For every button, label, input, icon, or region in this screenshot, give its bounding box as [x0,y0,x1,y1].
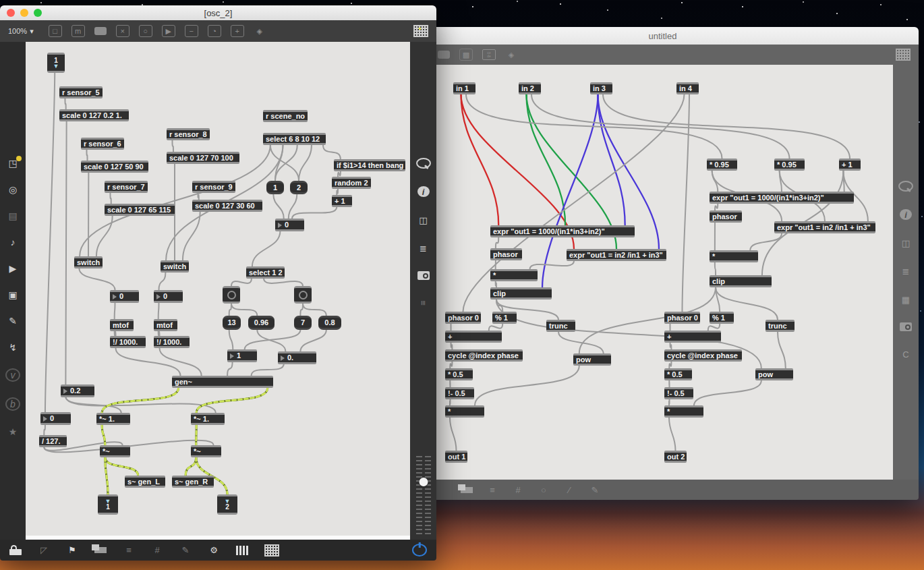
gain-slider-knob[interactable] [419,478,428,486]
object-box-swR[interactable]: switch [161,260,189,273]
message-box-msg1[interactable]: 1 [266,181,284,194]
codebox-icon[interactable]: co de [482,49,496,60]
button-box-btnL[interactable] [223,286,240,304]
add-object-icon[interactable]: + [231,25,244,37]
presentation-icon[interactable]: ⚑ [66,545,78,556]
packages-icon[interactable]: ◳ [7,158,19,169]
number-box-num02[interactable]: 0.2 [61,384,94,397]
search-icon[interactable] [898,181,913,192]
object-box-rnd2[interactable]: random 2 [332,177,371,189]
object-box-mhR[interactable]: * 0.5 [664,368,692,380]
piano-icon[interactable] [236,546,248,555]
circle-tool-icon[interactable]: ○ [538,484,550,495]
align-icon[interactable]: ≡ [123,545,135,556]
reference-icon[interactable]: ◫ [900,237,912,248]
gen-patch-canvas[interactable]: in 1in 2in 3in 4* 0.95* 0.95+ 1expr "out… [407,65,893,480]
object-box-exprTR[interactable]: expr "out1 = 1000/(in1*in3+in2)" [710,192,854,204]
button-icon[interactable]: ○ [139,25,152,37]
audio-icon[interactable]: ◎ [7,184,19,195]
object-box-m095b[interactable]: * 0.95 [774,159,805,171]
panel-icon[interactable]: ▩ [459,49,473,61]
image-icon[interactable]: ▣ [7,289,19,300]
object-box-d127[interactable]: / 127. [39,435,67,447]
message-box-m13[interactable]: 13 [223,316,241,330]
attach-icon[interactable]: ✎ [589,484,601,495]
number-box-numA[interactable]: 0 [275,219,304,231]
object-box-ph0L[interactable]: phasor 0 [445,312,481,324]
object-box-clipR[interactable]: clip [710,275,772,287]
keyboard-icon[interactable] [264,544,279,557]
attachment-icon[interactable]: ✎ [7,316,19,326]
object-box-modR[interactable]: % 1 [710,312,734,324]
object-box-exprR2[interactable]: expr "out1 = in2 /in1 + in3" [774,221,875,233]
object-box-rs8[interactable]: r sensor_8 [167,128,210,140]
audio-power-button[interactable] [412,544,427,557]
object-box-sel4[interactable]: select 6 8 10 12 [263,133,326,145]
zoom-button[interactable] [34,9,42,17]
object-box-clipL[interactable]: clip [490,287,552,300]
titlebar[interactable]: [osc_2] [0,5,436,20]
video-icon[interactable]: ▶ [7,263,19,274]
grid-icon[interactable] [896,49,911,61]
object-box-cycL[interactable]: cycle @index phase [445,349,523,362]
object-box-mtofL[interactable]: mtof [110,319,134,331]
object-box-sgR[interactable]: s~ gen_R [172,476,214,488]
minimize-button[interactable] [20,9,28,17]
object-box-m095a[interactable]: * 0.95 [707,159,737,171]
grid-icon[interactable] [413,25,428,37]
object-box-exprL2[interactable]: expr "out1 = in2 /in1 + in3" [567,249,666,261]
object-box-sc8[interactable]: scale 0 127 70 100 [167,152,239,164]
object-box-out2[interactable]: out 2 [664,451,687,463]
object-box-plusR[interactable]: + [664,331,721,343]
object-box-mlowL[interactable]: * [445,405,484,418]
object-box-p1[interactable]: + 1 [839,159,861,171]
object-box-gen[interactable]: gen~ [172,376,273,388]
object-box-in1[interactable]: in 1 [453,82,475,94]
object-box-divR[interactable]: !/ 1000. [154,336,190,348]
object-box-sel12[interactable]: select 1 2 [246,266,285,279]
select-icon[interactable]: ◸ [38,545,50,556]
object-box-powR[interactable]: pow [755,368,793,380]
inlet-box-inlet1[interactable]: 1▼ [47,53,65,73]
snapshot-icon[interactable] [417,271,430,280]
objects-drawer-icon[interactable]: ▤ [7,210,19,221]
layers-icon[interactable] [94,547,107,553]
comment-icon[interactable] [94,27,107,35]
object-box-in3[interactable]: in 3 [590,82,612,94]
blog-icon[interactable]: b [5,397,20,411]
object-box-mA[interactable]: *~ 1. [96,413,130,425]
object-box-mulL[interactable]: * [490,269,538,281]
object-box-exprTL[interactable]: expr "out1 = 1000/(in1*in3+in2)" [490,225,635,237]
outlet-box-o1[interactable]: ▼1 [98,494,118,515]
music-note-icon[interactable]: ♪ [7,237,19,248]
grid-snap-icon[interactable]: # [151,545,163,556]
patch-canvas[interactable]: 1▼r sensor_5scale 0 127 0.2 1.r sensor_6… [26,42,410,540]
object-box-mulR[interactable]: * [710,250,758,262]
search-icon[interactable] [416,158,431,169]
object-box-rs9[interactable]: r sensor_9 [192,181,235,193]
toggle-icon[interactable]: × [116,25,129,37]
mixer-icon[interactable]: ≡ [418,297,429,309]
message-box-m08[interactable]: 0.8 [318,316,341,330]
object-box-divL[interactable]: !/ 1000. [110,336,146,348]
lock-icon[interactable] [9,549,22,555]
message-box-msg2[interactable]: 2 [290,181,308,194]
object-box-mD[interactable]: *~ [191,445,221,457]
grid-snap-icon[interactable]: # [512,484,524,495]
message-box-icon[interactable]: m [71,25,85,37]
object-box-sc5[interactable]: scale 0 127 0.2 1. [59,109,129,121]
object-box-mtofR[interactable]: mtof [154,319,177,331]
reference-icon[interactable]: ◫ [417,215,430,225]
number-box-num1[interactable]: 1 [227,349,257,362]
object-box-mB[interactable]: *~ 1. [191,413,225,425]
layers-icon[interactable] [461,487,473,493]
object-box-phasL[interactable]: phasor [490,248,522,260]
object-box-shR[interactable]: !- 0.5 [664,387,693,399]
object-box-shL[interactable]: !- 0.5 [445,387,474,399]
object-box-add1[interactable]: + 1 [332,195,352,207]
paint-bucket-icon[interactable]: ◈ [254,26,266,36]
object-box-rs5[interactable]: r sensor_5 [59,86,103,98]
object-box-out1[interactable]: out 1 [445,451,467,463]
object-box-swL[interactable]: switch [74,256,103,268]
object-box-mC[interactable]: *~ [100,445,130,457]
